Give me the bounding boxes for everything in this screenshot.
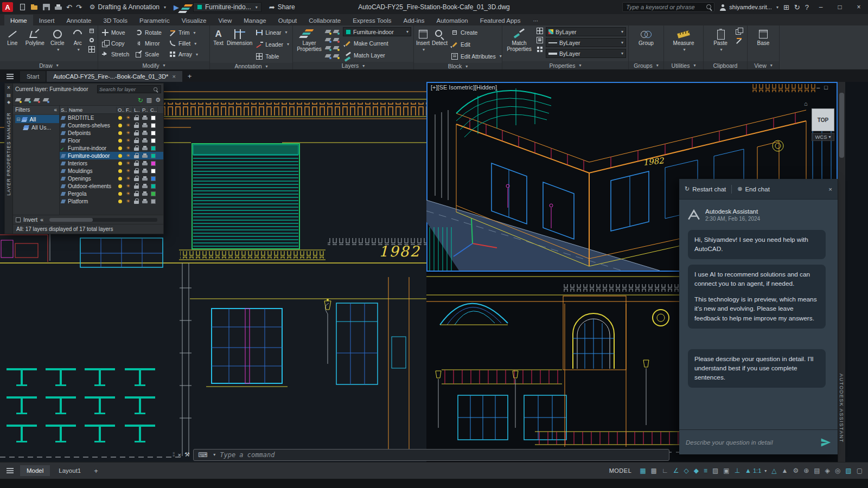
layer-plot-icon[interactable] bbox=[142, 199, 148, 204]
ribbon-tab-home[interactable]: Home bbox=[4, 15, 33, 25]
layer-column-header[interactable]: C.. bbox=[149, 107, 158, 113]
quick-properties-icon[interactable]: ▤ bbox=[814, 467, 820, 474]
layer-row-platform[interactable]: Platform☀ bbox=[60, 197, 163, 205]
create-block-button[interactable]: Create bbox=[450, 27, 503, 37]
layer-isolate-icon[interactable] bbox=[334, 29, 340, 35]
layer-color-swatch[interactable] bbox=[151, 169, 156, 174]
layer-freeze-icon[interactable]: ☀ bbox=[126, 153, 133, 158]
tab-start[interactable]: Start bbox=[20, 71, 46, 82]
arc-button[interactable]: Arc▾ bbox=[70, 27, 86, 53]
close-palette-icon[interactable]: × bbox=[7, 85, 10, 91]
layer-on-icon[interactable] bbox=[118, 146, 122, 150]
lineweight-icon[interactable]: ≡ bbox=[704, 467, 707, 474]
layer-row-brdtitle[interactable]: BRDTITLE☀ bbox=[60, 114, 163, 121]
end-chat-button[interactable]: ⊗End chat bbox=[737, 186, 770, 192]
layer-freeze-icon[interactable]: ☀ bbox=[126, 115, 133, 120]
layer-column-header[interactable]: Name bbox=[68, 107, 117, 113]
layer-on-icon[interactable] bbox=[118, 192, 122, 196]
clipboard-panel-label[interactable]: Clipboard bbox=[704, 61, 747, 69]
layer-freeze-icon[interactable] bbox=[326, 37, 331, 43]
lineweight-combo[interactable]: ByLayer▾ bbox=[546, 49, 626, 58]
layer-off-icon[interactable] bbox=[326, 29, 331, 35]
viewport-controls-label[interactable]: [+][SE Isometric][Hidden] bbox=[431, 84, 497, 91]
ribbon-tab-parametric[interactable]: Parametric bbox=[133, 16, 176, 25]
assistant-input[interactable] bbox=[686, 439, 816, 446]
layer-unisolate-icon[interactable] bbox=[326, 45, 331, 51]
filter-all-used[interactable]: All Us... bbox=[23, 123, 59, 131]
layer-plot-icon[interactable] bbox=[142, 123, 148, 128]
layer-thaw-icon[interactable] bbox=[334, 45, 340, 51]
refresh-icon[interactable]: ↻ bbox=[138, 97, 143, 104]
help-search[interactable] bbox=[622, 2, 714, 12]
window-minimize-icon[interactable]: – bbox=[816, 84, 820, 91]
layer-lock-icon[interactable] bbox=[134, 130, 139, 136]
layer-color-swatch[interactable] bbox=[151, 115, 156, 120]
groups-panel-label[interactable]: Groups▾ bbox=[629, 61, 663, 69]
layer-color-swatch[interactable] bbox=[151, 123, 156, 128]
layer-lock-icon[interactable] bbox=[134, 183, 139, 189]
app-store-icon[interactable]: ⊞ bbox=[783, 4, 789, 11]
linetype-combo[interactable]: ByLayer▾ bbox=[546, 38, 626, 47]
model-space-badge[interactable]: MODEL bbox=[606, 466, 635, 476]
set-current-layer-icon[interactable] bbox=[43, 97, 49, 103]
help-search-input[interactable] bbox=[626, 4, 703, 10]
layer-lock-icon[interactable] bbox=[134, 198, 139, 204]
workspace-switcher[interactable]: ⚙ Drafting & Annotation ▾ bbox=[85, 2, 170, 12]
collapse-icon[interactable]: « bbox=[40, 216, 43, 223]
detect-button[interactable]: Detect bbox=[432, 27, 448, 47]
scale-button[interactable]: Scale bbox=[134, 49, 168, 60]
layer-lock-icon[interactable] bbox=[134, 115, 139, 121]
isodraft-icon[interactable]: ◇ bbox=[684, 467, 688, 474]
ribbon-options-icon[interactable]: ⋯ bbox=[530, 16, 542, 25]
restart-chat-button[interactable]: ↻Restart chat bbox=[685, 186, 726, 192]
layer-plot-icon[interactable] bbox=[142, 138, 148, 143]
fillet-button[interactable]: Fillet▾ bbox=[168, 38, 206, 49]
close-assistant-icon[interactable]: × bbox=[828, 186, 832, 192]
expand-icon[interactable]: ⊟ bbox=[16, 117, 21, 122]
annotation-visibility-icon[interactable]: △ bbox=[771, 467, 776, 474]
new-file-icon[interactable] bbox=[18, 3, 27, 11]
layer-row-defpoints[interactable]: Defpoints☀ bbox=[60, 129, 163, 137]
palette-pin-icon[interactable]: ◈ bbox=[7, 100, 10, 105]
layer-color-swatch[interactable] bbox=[151, 199, 156, 204]
layer-freeze-icon[interactable]: ☀ bbox=[126, 169, 133, 174]
graphics-performance-icon[interactable]: ▧ bbox=[845, 467, 851, 474]
ortho-icon[interactable]: ∟ bbox=[662, 467, 668, 474]
array-button[interactable]: Array▾ bbox=[168, 49, 206, 60]
layer-row-pergola[interactable]: Pergola☀ bbox=[60, 190, 163, 197]
layer-lock-icon[interactable] bbox=[134, 145, 139, 151]
scrollbar-thumb[interactable] bbox=[839, 93, 844, 158]
modify-panel-label[interactable]: Modify▾ bbox=[98, 61, 209, 69]
layer-column-header[interactable]: L.. bbox=[133, 107, 141, 113]
rotate-button[interactable]: Rotate bbox=[134, 28, 168, 38]
sync-icon[interactable]: ↻ bbox=[794, 4, 800, 11]
ribbon-tab-insert[interactable]: Insert bbox=[33, 16, 61, 25]
layer-on-icon[interactable] bbox=[118, 131, 122, 135]
utilities-panel-label[interactable]: Utilities▾ bbox=[664, 61, 703, 69]
hatch-tool-icon[interactable] bbox=[88, 46, 95, 53]
layer-lock-icon[interactable] bbox=[134, 123, 139, 129]
customize-wrench-icon[interactable]: ⚒ bbox=[184, 452, 190, 458]
close-button[interactable]: × bbox=[852, 3, 866, 11]
minimize-button[interactable]: – bbox=[814, 3, 828, 11]
layer-plot-icon[interactable] bbox=[142, 153, 148, 158]
ribbon-tab-annotate[interactable]: Annotate bbox=[60, 16, 97, 25]
block-panel-label[interactable]: Block▾ bbox=[414, 63, 502, 69]
layer-plot-icon[interactable] bbox=[142, 115, 148, 120]
ellipse-tool-icon[interactable] bbox=[88, 36, 95, 44]
search-icon[interactable] bbox=[706, 4, 712, 10]
layer-lock-icon[interactable] bbox=[134, 160, 139, 166]
layer-walk-icon[interactable] bbox=[334, 53, 340, 59]
undo-icon[interactable]: ↶ bbox=[66, 4, 72, 11]
model-tab[interactable]: Model bbox=[20, 465, 50, 476]
match-properties-button[interactable]: Match Properties bbox=[505, 27, 534, 52]
grid-icon[interactable]: ▦ bbox=[640, 467, 646, 474]
layer-color-swatch[interactable] bbox=[151, 153, 156, 158]
layer-plot-icon[interactable] bbox=[142, 131, 148, 136]
layer-column-header[interactable]: O.. bbox=[117, 107, 125, 113]
layer-on-icon[interactable] bbox=[118, 177, 122, 181]
account-menu[interactable]: shiyamdev.srit... ▾ bbox=[719, 4, 778, 11]
dimension-button[interactable]: Dimension bbox=[227, 27, 252, 47]
quick-layer-combo[interactable]: Furniture-indo... ▾ bbox=[193, 2, 261, 12]
new-layer-icon[interactable] bbox=[16, 97, 22, 103]
